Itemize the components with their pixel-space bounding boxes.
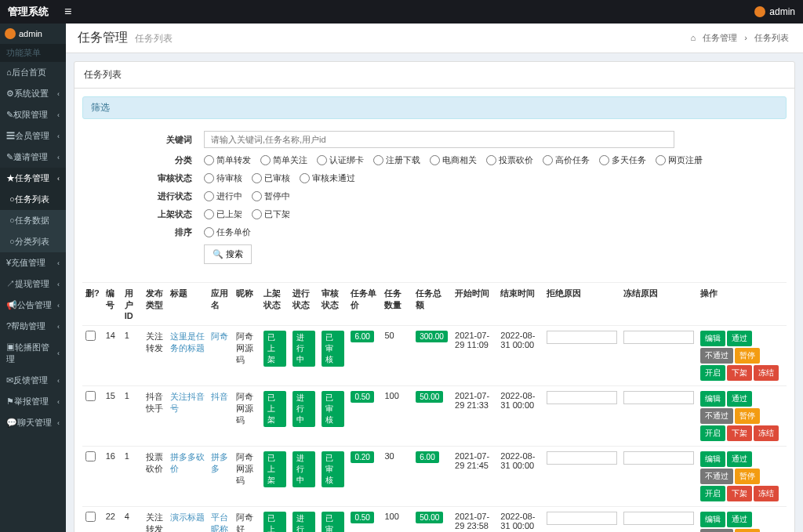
chevron-left-icon: ‹ xyxy=(57,175,60,183)
task-title-link[interactable]: 关注抖音号 xyxy=(170,392,205,413)
chevron-left-icon: ‹ xyxy=(57,302,60,309)
sidebar-item[interactable]: 📢公告管理‹ xyxy=(0,295,66,316)
shelf-badge: 已上架 xyxy=(263,331,286,367)
sidebar-item[interactable]: ✉反馈管理‹ xyxy=(0,370,66,391)
freeze-reason-input[interactable] xyxy=(623,451,694,465)
sidebar-subitem[interactable]: ○任务数据 xyxy=(0,210,66,231)
shelf-option[interactable]: 已上架 xyxy=(204,208,242,220)
reject-button[interactable]: 不通过 xyxy=(700,348,733,364)
category-option[interactable]: 高价任务 xyxy=(543,154,590,166)
table-header: 发布类型 xyxy=(143,283,167,326)
delist-button[interactable]: 下架 xyxy=(727,486,752,501)
sidebar-item[interactable]: ✎权限管理‹ xyxy=(0,104,66,125)
sidebar-item[interactable]: ↗提现管理‹ xyxy=(0,273,66,295)
menu-toggle-icon[interactable]: ≡ xyxy=(64,5,71,19)
sidebar-item[interactable]: ⚑举报管理‹ xyxy=(0,391,66,412)
sidebar-item[interactable]: ☰会员管理‹ xyxy=(0,125,66,147)
category-option[interactable]: 网页注册 xyxy=(656,154,703,166)
pass-button[interactable]: 通过 xyxy=(727,512,752,527)
pass-button[interactable]: 通过 xyxy=(727,331,752,346)
sidebar-subitem[interactable]: ○分类列表 xyxy=(0,231,66,252)
table-row: 22 4 关注转发 演示标题 平台昵称 阿奇好 已上架 进行中 已审核 0.50… xyxy=(82,507,787,533)
category-option[interactable]: 注册下载 xyxy=(373,154,420,166)
audit-option[interactable]: 已审核 xyxy=(252,172,290,184)
category-option[interactable]: 简单转发 xyxy=(204,154,251,166)
sidebar-username: admin xyxy=(19,29,42,38)
pause-button[interactable]: 暂停 xyxy=(735,529,760,532)
search-icon: 🔍 xyxy=(213,249,223,259)
filter-heading[interactable]: 筛选 xyxy=(82,96,787,119)
delist-button[interactable]: 下架 xyxy=(727,425,752,441)
sort-label: 排序 xyxy=(86,226,204,238)
edit-button[interactable]: 编辑 xyxy=(700,512,725,527)
freeze-reason-input[interactable] xyxy=(623,331,694,344)
sidebar-item[interactable]: ⌂后台首页 xyxy=(0,62,66,83)
row-checkbox[interactable] xyxy=(85,512,96,522)
sort-option[interactable]: 任务单价 xyxy=(204,226,251,238)
start-button[interactable]: 开启 xyxy=(700,365,725,381)
reject-reason-input[interactable] xyxy=(547,391,617,404)
topbar-user[interactable]: admin xyxy=(754,6,795,17)
delist-button[interactable]: 下架 xyxy=(727,365,752,381)
reject-reason-input[interactable] xyxy=(547,331,617,344)
sidebar-item[interactable]: 💬聊天管理‹ xyxy=(0,412,66,433)
reject-reason-input[interactable] xyxy=(547,451,617,465)
reject-reason-input[interactable] xyxy=(547,512,617,525)
home-icon[interactable]: ⌂ xyxy=(690,33,696,42)
pass-button[interactable]: 通过 xyxy=(727,391,752,407)
reject-button[interactable]: 不通过 xyxy=(700,408,733,424)
total-badge: 50.00 xyxy=(416,512,443,523)
pause-button[interactable]: 暂停 xyxy=(735,469,760,484)
sidebar-subitem[interactable]: ○任务列表 xyxy=(0,189,66,210)
reject-button[interactable]: 不通过 xyxy=(700,529,733,532)
app-link[interactable]: 拼多多 xyxy=(211,452,228,473)
progress-option[interactable]: 进行中 xyxy=(204,190,242,202)
freeze-reason-input[interactable] xyxy=(623,391,694,404)
chevron-left-icon: ‹ xyxy=(57,398,60,406)
category-option[interactable]: 认证绑卡 xyxy=(317,154,364,166)
sidebar-item[interactable]: ?帮助管理‹ xyxy=(0,316,66,337)
task-title-link[interactable]: 拼多多砍价 xyxy=(170,452,205,473)
category-option[interactable]: 多天任务 xyxy=(599,154,646,166)
sidebar-item[interactable]: ★任务管理‹ xyxy=(0,168,66,189)
sidebar-item[interactable]: ▣轮播图管理‹ xyxy=(0,337,66,370)
start-button[interactable]: 开启 xyxy=(700,425,725,441)
app-link[interactable]: 阿奇 xyxy=(211,331,228,341)
category-option[interactable]: 投票砍价 xyxy=(486,154,533,166)
category-option[interactable]: 简单关注 xyxy=(260,154,307,166)
edit-button[interactable]: 编辑 xyxy=(700,331,725,346)
pass-button[interactable]: 通过 xyxy=(727,451,752,467)
sidebar-item[interactable]: ⚙系统设置‹ xyxy=(0,83,66,104)
user-avatar-icon xyxy=(754,6,765,17)
chevron-left-icon: ‹ xyxy=(57,90,60,98)
freeze-reason-input[interactable] xyxy=(623,512,694,525)
app-link[interactable]: 平台昵称 xyxy=(211,512,228,532)
table-row: 14 1 关注转发 这里是任务的标题 阿奇 阿奇网源码 已上架 进行中 已审核 … xyxy=(82,326,787,386)
task-title-link[interactable]: 演示标题 xyxy=(170,512,205,522)
progress-option[interactable]: 暂停中 xyxy=(252,190,290,202)
freeze-button[interactable]: 冻结 xyxy=(754,365,779,381)
table-header: 应用名 xyxy=(208,283,232,326)
sidebar-item[interactable]: ¥充值管理‹ xyxy=(0,252,66,273)
task-title-link[interactable]: 这里是任务的标题 xyxy=(170,331,205,353)
app-link[interactable]: 抖音 xyxy=(211,392,228,401)
category-option[interactable]: 电商相关 xyxy=(430,154,477,166)
start-button[interactable]: 开启 xyxy=(700,486,725,501)
edit-button[interactable]: 编辑 xyxy=(700,451,725,467)
row-checkbox[interactable] xyxy=(85,391,96,401)
pause-button[interactable]: 暂停 xyxy=(735,348,760,364)
edit-button[interactable]: 编辑 xyxy=(700,391,725,407)
search-button[interactable]: 🔍 搜索 xyxy=(204,244,252,264)
freeze-button[interactable]: 冻结 xyxy=(754,425,779,441)
shelf-option[interactable]: 已下架 xyxy=(252,208,290,220)
pause-button[interactable]: 暂停 xyxy=(735,408,760,424)
sidebar-item[interactable]: ✎邀请管理‹ xyxy=(0,147,66,168)
audit-option[interactable]: 审核未通过 xyxy=(300,172,355,184)
row-checkbox[interactable] xyxy=(85,451,96,461)
reject-button[interactable]: 不通过 xyxy=(700,469,733,484)
audit-option[interactable]: 待审核 xyxy=(204,172,242,184)
row-checkbox[interactable] xyxy=(85,331,96,341)
keyword-input[interactable] xyxy=(204,131,674,148)
freeze-button[interactable]: 冻结 xyxy=(754,486,779,501)
progress-badge: 进行中 xyxy=(292,391,315,427)
